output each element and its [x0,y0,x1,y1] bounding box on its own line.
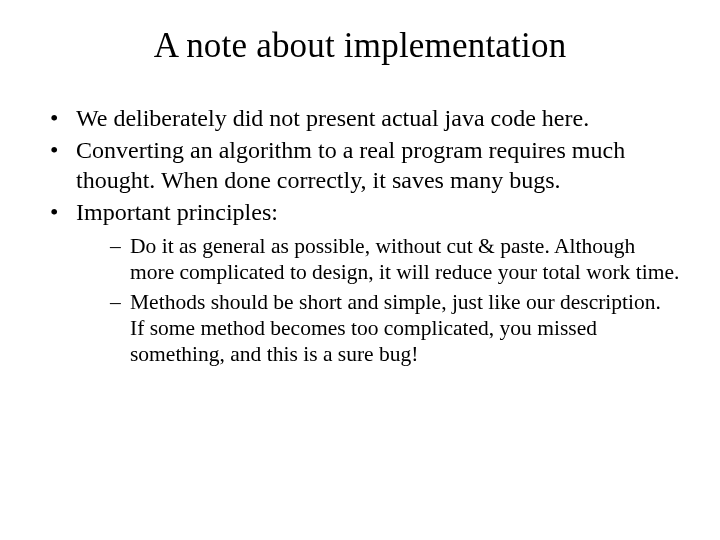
sub-bullet-item: Do it as general as possible, without cu… [110,233,680,285]
bullet-item: Converting an algorithm to a real progra… [50,136,680,195]
bullet-item: Important principles: Do it as general a… [50,198,680,367]
bullet-text: We deliberately did not present actual j… [76,105,589,131]
sub-bullet-text: Do it as general as possible, without cu… [130,234,679,284]
slide: A note about implementation We deliberat… [0,0,720,540]
bullet-item: We deliberately did not present actual j… [50,104,680,133]
bullet-text: Important principles: [76,199,278,225]
bullet-text: Converting an algorithm to a real progra… [76,137,625,192]
slide-title: A note about implementation [40,26,680,66]
sub-bullet-text: Methods should be short and simple, just… [130,290,661,366]
bullet-list: We deliberately did not present actual j… [40,104,680,367]
sub-bullet-list: Do it as general as possible, without cu… [76,233,680,367]
sub-bullet-item: Methods should be short and simple, just… [110,289,680,368]
